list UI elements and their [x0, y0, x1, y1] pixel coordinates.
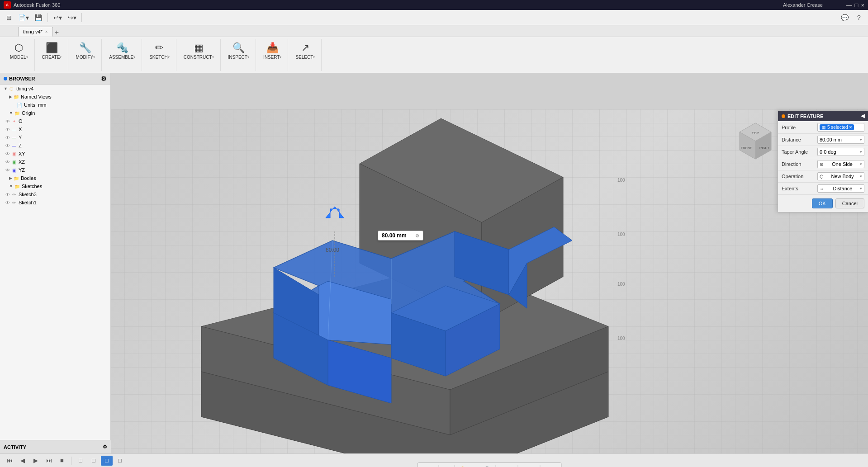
- dimension-settings-icon[interactable]: ⚙: [415, 233, 419, 238]
- sidebar-settings-btn[interactable]: ⚙: [101, 75, 107, 82]
- apps-btn[interactable]: ⊞: [3, 12, 15, 24]
- cancel-button[interactable]: Cancel: [835, 198, 864, 208]
- panel-expand-btn[interactable]: ◀: [861, 113, 864, 119]
- sketch3-label: Sketch3: [19, 192, 37, 197]
- tree-item-root[interactable]: ▼ ⬡ thing v4: [0, 85, 110, 93]
- direction-dropdown[interactable]: ▾: [860, 162, 862, 166]
- operation-dropdown[interactable]: ▾: [860, 174, 862, 179]
- sketch-btn[interactable]: ✏ SKETCH▾: [147, 41, 172, 61]
- select-btn[interactable]: ↗ SELECT▾: [293, 41, 318, 61]
- tree-item-bodies[interactable]: ▶ 📁 Bodies: [0, 174, 110, 182]
- distance-dropdown[interactable]: ▾: [860, 137, 862, 142]
- eye-icon-y[interactable]: 👁: [5, 135, 10, 140]
- model-btn[interactable]: ⬡ MODEL▾: [7, 41, 31, 61]
- dimension-input[interactable]: [382, 232, 413, 239]
- comment-btn[interactable]: 💬: [838, 12, 851, 24]
- folder-icon-bodies: 📁: [13, 175, 19, 181]
- tree-item-named-views[interactable]: ▶ 📁 Named Views: [0, 93, 110, 101]
- vp-display-dropdown[interactable]: ▾: [511, 464, 516, 467]
- eye-icon-yz[interactable]: 👁: [5, 168, 10, 173]
- save-btn[interactable]: 💾: [32, 12, 44, 24]
- new-tab-btn[interactable]: +: [55, 28, 59, 37]
- eye-icon-sketch3[interactable]: 👁: [5, 192, 10, 197]
- tree-item-xy[interactable]: 👁 ▣ XY: [0, 150, 110, 158]
- playback-play-btn[interactable]: ▶: [30, 456, 42, 466]
- redo-btn[interactable]: ↪▾: [66, 12, 78, 24]
- profile-value[interactable]: ▦ 5 selected ×: [817, 123, 864, 132]
- file-menu-btn[interactable]: 📄▾: [17, 12, 30, 24]
- tab-thing-v4[interactable]: thing v4* ×: [18, 27, 53, 37]
- units-icon: 📄: [16, 102, 23, 108]
- close-btn[interactable]: ×: [861, 2, 864, 9]
- chevron-bodies: ▶: [9, 176, 12, 180]
- vp-cursor-btn[interactable]: ⊕: [419, 464, 431, 467]
- tree-item-yz[interactable]: 👁 ▣ YZ: [0, 166, 110, 174]
- taper-dropdown[interactable]: ▾: [860, 150, 862, 154]
- construct-icon: ▦: [194, 42, 204, 54]
- vp-pan-btn[interactable]: ⊕: [470, 464, 481, 467]
- timeline-btn-3[interactable]: □: [101, 456, 113, 466]
- playback-stop-btn[interactable]: ■: [56, 456, 68, 466]
- eye-icon-xz[interactable]: 👁: [5, 160, 10, 165]
- 3d-viewport[interactable]: 80.00 TOP RIGHT FRONT 100 100 100 100: [111, 109, 868, 467]
- insert-btn[interactable]: 📥 INSERT▾: [261, 41, 285, 61]
- tree-item-units[interactable]: 📄 Units: mm: [0, 101, 110, 109]
- bottom-sep: [71, 457, 71, 465]
- vp-grid-btn[interactable]: ▤: [520, 464, 532, 467]
- timeline-btn-4[interactable]: □: [114, 456, 126, 466]
- minimize-btn[interactable]: —: [846, 2, 852, 9]
- undo-btn[interactable]: ↩▾: [51, 12, 64, 24]
- tree-item-xz[interactable]: 👁 ▣ XZ: [0, 158, 110, 166]
- playback-end-btn[interactable]: ⏭: [43, 456, 55, 466]
- taper-angle-label: Taper Angle: [782, 149, 816, 155]
- tree-item-o[interactable]: 👁 ✦ O: [0, 117, 110, 125]
- playback-start-btn[interactable]: ⏮: [4, 456, 15, 466]
- maximize-btn[interactable]: □: [855, 2, 859, 9]
- extents-dropdown[interactable]: ▾: [860, 186, 862, 191]
- timeline-btn-1[interactable]: □: [75, 456, 86, 466]
- dimension-tooltip[interactable]: ⚙: [378, 231, 423, 241]
- construct-btn[interactable]: ▦ CONSTRUCT▾: [181, 41, 217, 61]
- vp-zoom-btn[interactable]: 🔍: [482, 464, 494, 467]
- construct-label: CONSTRUCT▾: [184, 55, 214, 60]
- vp-cursor-dropdown[interactable]: ▾: [432, 464, 437, 467]
- vp-snap-dropdown[interactable]: ▾: [555, 464, 560, 467]
- vp-fit-btn[interactable]: □: [441, 464, 453, 467]
- assemble-btn[interactable]: 🔩 ASSEMBLE▾: [106, 41, 138, 61]
- vp-snap-btn[interactable]: ▦: [542, 464, 554, 467]
- ok-button[interactable]: OK: [812, 198, 833, 208]
- modify-btn[interactable]: 🔧 MODIFY▾: [73, 41, 98, 61]
- tab-close-btn[interactable]: ×: [45, 29, 48, 34]
- ribbon: ⬡ MODEL▾ ⬛ CREATE▾ 🔧 MODIFY▾ 🔩 ASSEMBLE▾…: [0, 37, 868, 73]
- activity-settings-btn[interactable]: ⚙: [103, 444, 107, 450]
- tree-item-sketch1[interactable]: 👁 ✏ Sketch1: [0, 198, 110, 207]
- help-btn[interactable]: ?: [853, 12, 865, 24]
- eye-icon-z[interactable]: 👁: [5, 143, 10, 148]
- extents-value[interactable]: ↔ Distance ▾: [817, 184, 864, 193]
- tree-item-sketch3[interactable]: 👁 ✏ Sketch3: [0, 190, 110, 198]
- eye-icon-xy[interactable]: 👁: [5, 151, 10, 156]
- inspect-btn[interactable]: 🔍 INSPECT▾: [225, 41, 252, 61]
- direction-value[interactable]: ⊙ One Side ▾: [817, 160, 864, 168]
- vp-display-btn[interactable]: □: [498, 464, 510, 467]
- eye-icon-sketch1[interactable]: 👁: [5, 200, 10, 205]
- taper-angle-value[interactable]: 0.0 deg ▾: [817, 148, 864, 156]
- tree-item-z[interactable]: 👁 — Z: [0, 142, 110, 150]
- eye-icon-o[interactable]: 👁: [5, 119, 10, 124]
- eye-icon-x[interactable]: 👁: [5, 127, 10, 132]
- vp-grid-dropdown[interactable]: ▾: [533, 464, 538, 467]
- window-controls[interactable]: — □ ×: [846, 2, 864, 9]
- operation-value[interactable]: ⬡ New Body ▾: [817, 172, 864, 180]
- create-btn[interactable]: ⬛ CREATE▾: [39, 41, 65, 61]
- clear-selection-btn[interactable]: ×: [849, 125, 852, 130]
- tree-item-sketches[interactable]: ▼ 📁 Sketches: [0, 182, 110, 190]
- tree-item-y[interactable]: 👁 — Y: [0, 133, 110, 142]
- tree-item-x[interactable]: 👁 — X: [0, 125, 110, 133]
- distance-value[interactable]: 80.00 mm ▾: [817, 136, 864, 144]
- timeline-btn-2[interactable]: □: [88, 456, 100, 466]
- playback-back-btn[interactable]: ◀: [17, 456, 28, 466]
- tree-item-origin[interactable]: ▼ 📁 Origin: [0, 109, 110, 117]
- vp-orbit-btn[interactable]: ✋: [457, 464, 469, 467]
- inspect-label: INSPECT▾: [228, 55, 249, 60]
- operation-row: Operation ⬡ New Body ▾: [778, 170, 868, 183]
